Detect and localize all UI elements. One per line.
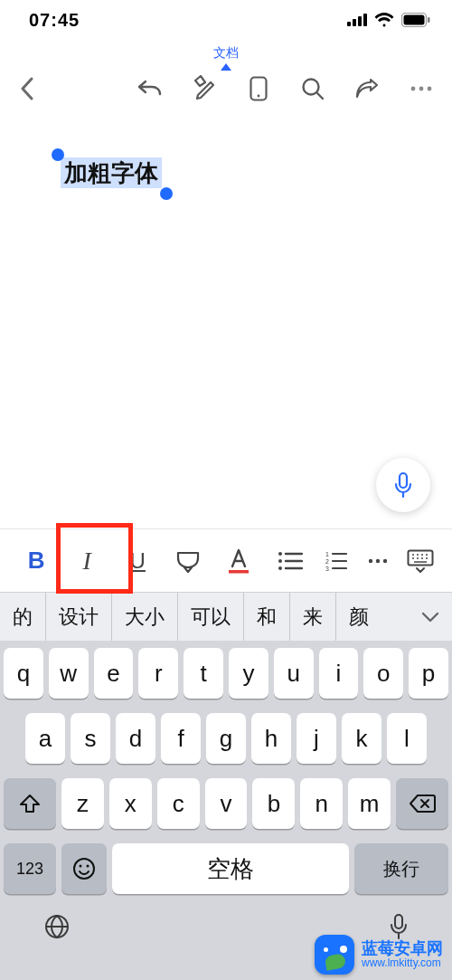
soft-keyboard: 的 设计 大小 可以 和 来 颜 q w e r t y u i o p a s… xyxy=(0,592,452,980)
suggestion[interactable]: 来 xyxy=(289,593,335,641)
format-toolbar: B I U 123 xyxy=(0,528,452,592)
numeric-key[interactable]: 123 xyxy=(4,843,56,894)
key-a[interactable]: a xyxy=(25,713,65,764)
key-i[interactable]: i xyxy=(319,648,359,699)
backspace-key[interactable] xyxy=(396,778,448,829)
key-n[interactable]: n xyxy=(300,778,343,829)
cell-signal-icon xyxy=(347,14,367,26)
hide-keyboard-button[interactable] xyxy=(400,537,441,585)
key-m[interactable]: m xyxy=(348,778,391,829)
pen-button[interactable] xyxy=(188,72,221,105)
list-icon xyxy=(278,551,303,571)
key-j[interactable]: j xyxy=(297,713,336,764)
key-t[interactable]: t xyxy=(184,648,223,699)
svg-point-25 xyxy=(74,859,94,879)
key-u[interactable]: u xyxy=(274,648,314,699)
emoji-key[interactable] xyxy=(61,843,107,894)
svg-point-8 xyxy=(258,95,260,98)
highlight-button[interactable] xyxy=(163,537,213,585)
globe-key[interactable] xyxy=(43,913,71,940)
text-selection[interactable]: 加粗字体 xyxy=(61,157,162,189)
selected-text[interactable]: 加粗字体 xyxy=(61,157,162,188)
svg-rect-2 xyxy=(358,16,362,26)
shift-icon xyxy=(19,794,41,813)
microphone-icon xyxy=(392,471,414,499)
keyboard-hide-icon xyxy=(407,549,434,573)
space-key[interactable]: 空格 xyxy=(112,843,349,894)
voice-input-button[interactable] xyxy=(376,458,430,512)
clock: 07:45 xyxy=(29,10,80,31)
return-key[interactable]: 换行 xyxy=(354,843,448,894)
italic-button[interactable]: I xyxy=(61,537,112,585)
selection-end-handle[interactable] xyxy=(160,187,173,200)
app-toolbar: 文档 xyxy=(0,40,452,103)
key-v[interactable]: v xyxy=(205,778,248,829)
key-b[interactable]: b xyxy=(252,778,295,829)
search-button[interactable] xyxy=(297,72,329,105)
key-w[interactable]: w xyxy=(49,648,89,699)
svg-rect-1 xyxy=(353,19,356,26)
device-button[interactable] xyxy=(242,72,275,105)
key-row-2: a s d f g h j k l xyxy=(0,706,452,771)
key-r[interactable]: r xyxy=(138,648,178,699)
key-h[interactable]: h xyxy=(251,713,291,764)
key-x[interactable]: x xyxy=(109,778,152,829)
chevron-left-icon xyxy=(20,77,34,100)
svg-point-16 xyxy=(278,559,282,563)
pen-icon xyxy=(193,75,216,102)
key-l[interactable]: l xyxy=(387,713,427,764)
share-button[interactable] xyxy=(351,72,383,105)
suggestion-bar: 的 设计 大小 可以 和 来 颜 xyxy=(0,592,452,641)
list-button[interactable] xyxy=(265,537,315,585)
font-color-icon xyxy=(227,548,250,574)
suggestion[interactable]: 和 xyxy=(243,593,289,641)
bold-button[interactable]: B xyxy=(11,537,61,585)
key-e[interactable]: e xyxy=(94,648,134,699)
key-row-4: 123 空格 换行 xyxy=(0,836,452,901)
key-o[interactable]: o xyxy=(363,648,403,699)
svg-rect-24 xyxy=(408,550,432,565)
shift-key[interactable] xyxy=(4,778,56,829)
key-p[interactable]: p xyxy=(409,648,448,699)
document-canvas[interactable]: 加粗字体 xyxy=(0,103,452,528)
svg-text:1: 1 xyxy=(325,551,329,557)
numbered-list-button[interactable]: 123 xyxy=(315,537,357,585)
svg-point-11 xyxy=(419,87,424,91)
undo-button[interactable] xyxy=(134,72,166,105)
globe-icon xyxy=(43,913,71,940)
svg-point-10 xyxy=(411,87,416,91)
key-s[interactable]: s xyxy=(71,713,110,764)
back-button[interactable] xyxy=(11,72,43,105)
svg-point-17 xyxy=(278,566,282,570)
key-z[interactable]: z xyxy=(61,778,104,829)
share-icon xyxy=(354,77,380,100)
suggestion[interactable]: 可以 xyxy=(177,593,243,641)
font-color-button[interactable] xyxy=(213,537,264,585)
more-button[interactable] xyxy=(405,72,438,105)
undo-icon xyxy=(137,78,164,100)
key-k[interactable]: k xyxy=(342,713,381,764)
selection-start-handle[interactable] xyxy=(52,148,64,161)
suggestion[interactable]: 设计 xyxy=(45,593,111,641)
suggestion[interactable]: 颜 xyxy=(335,593,381,641)
key-d[interactable]: d xyxy=(116,713,155,764)
svg-rect-5 xyxy=(404,15,425,25)
format-more-button[interactable] xyxy=(357,537,399,585)
watermark-title: 蓝莓安卓网 xyxy=(362,940,443,958)
suggestion[interactable]: 大小 xyxy=(111,593,177,641)
svg-point-12 xyxy=(428,87,432,91)
key-f[interactable]: f xyxy=(161,713,201,764)
key-y[interactable]: y xyxy=(229,648,268,699)
doc-tab-label[interactable]: 文档 xyxy=(213,45,239,62)
key-q[interactable]: q xyxy=(4,648,43,699)
suggestion[interactable]: 的 xyxy=(0,593,45,641)
watermark-logo-icon xyxy=(315,935,354,975)
suggestions-collapse[interactable] xyxy=(409,612,452,623)
underline-button[interactable]: U xyxy=(112,537,163,585)
key-row-1: q w e r t y u i o p xyxy=(0,641,452,706)
key-g[interactable]: g xyxy=(206,713,246,764)
battery-icon xyxy=(401,13,430,27)
more-icon xyxy=(410,85,433,92)
svg-point-15 xyxy=(278,552,282,556)
key-c[interactable]: c xyxy=(157,778,200,829)
